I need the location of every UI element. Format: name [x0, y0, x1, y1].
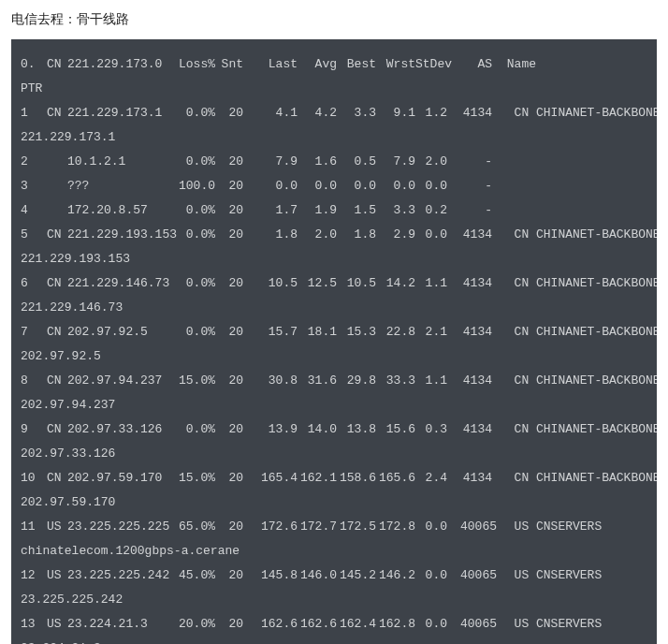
trace-row: 7CN202.97.92.50.0%20 15.718.115.322.82.1…	[21, 320, 647, 344]
worst: 146.2	[376, 564, 415, 588]
country-code: CN	[47, 271, 67, 296]
as-name: US CNSERVERS	[492, 515, 602, 539]
hop: 11	[21, 515, 47, 539]
best: 10.5	[337, 271, 376, 296]
loss: 0.0%	[174, 223, 215, 247]
trace-header: 0.CN221.229.173.0Loss%Snt LastAvgBestWrs…	[21, 52, 647, 77]
as-name: CN CHINANET-BACKBONE	[492, 369, 657, 393]
trace-row: 9CN202.97.33.1260.0%20 13.914.013.815.60…	[21, 417, 647, 442]
last: 30.8	[258, 369, 298, 393]
stdev: 0.0	[415, 612, 447, 637]
worst: 22.8	[376, 320, 415, 344]
ip-address: 23.225.225.242	[67, 564, 174, 588]
trace-row: 8CN202.97.94.23715.0%20 30.831.629.833.3…	[21, 369, 647, 393]
last: 172.6	[258, 515, 298, 539]
stdev: 0.2	[415, 198, 447, 223]
stdev: 1.2	[415, 101, 447, 125]
ip-address: 202.97.92.5	[67, 320, 174, 344]
avg: 18.1	[298, 320, 337, 344]
ptr-line: 202.97.92.5	[21, 344, 647, 369]
as-name: CN CHINANET-BACKBONE	[492, 466, 657, 490]
page-title: 电信去程：骨干线路	[11, 11, 657, 28]
ptr-line: 202.97.33.126	[21, 442, 647, 466]
sent: 20	[215, 198, 247, 223]
hop: 13	[21, 612, 47, 637]
stdev: 2.4	[415, 466, 447, 490]
worst: 162.8	[376, 612, 415, 637]
asn: 4134	[447, 271, 492, 296]
ip-address: 23.224.21.3	[67, 612, 174, 637]
ip-address: 23.225.225.225	[67, 515, 174, 539]
avg: 172.7	[298, 515, 337, 539]
best: 172.5	[337, 515, 376, 539]
loss: Loss%	[174, 52, 215, 77]
avg: 162.1	[298, 466, 337, 490]
loss: 65.0%	[174, 515, 215, 539]
last: 1.7	[258, 198, 298, 223]
ptr-line: 221.229.193.153	[21, 247, 647, 271]
avg: 2.0	[298, 223, 337, 247]
loss: 0.0%	[174, 271, 215, 296]
avg: 0.0	[298, 174, 337, 198]
worst: 165.6	[376, 466, 415, 490]
loss: 0.0%	[174, 198, 215, 223]
ptr-line: 23.225.225.242	[21, 588, 647, 612]
hop: 2	[21, 150, 47, 174]
trace-header-ptr: PTR	[21, 77, 647, 101]
best: 145.2	[337, 564, 376, 588]
ip-address: 221.229.173.0	[67, 52, 174, 77]
avg: 162.6	[298, 612, 337, 637]
ip-address: 221.229.173.1	[67, 101, 174, 125]
as-name	[492, 198, 515, 223]
loss: 100.0	[174, 174, 215, 198]
best: 29.8	[337, 369, 376, 393]
loss: 20.0%	[174, 612, 215, 637]
trace-row: 210.1.2.10.0%20 7.91.60.57.92.0-	[21, 150, 647, 174]
ip-address: 202.97.59.170	[67, 466, 174, 490]
country-code: US	[47, 612, 67, 637]
sent: 20	[215, 271, 247, 296]
asn: -	[447, 174, 492, 198]
country-code: CN	[47, 417, 67, 442]
avg: 14.0	[298, 417, 337, 442]
avg: 1.9	[298, 198, 337, 223]
asn: 4134	[447, 223, 492, 247]
sent: 20	[215, 320, 247, 344]
sent: 20	[215, 174, 247, 198]
worst: 7.9	[376, 150, 415, 174]
sent: 20	[215, 150, 247, 174]
hop: 8	[21, 369, 47, 393]
trace-row: 10CN202.97.59.17015.0%20 165.4162.1158.6…	[21, 466, 647, 490]
trace-row: 1CN221.229.173.10.0%20 4.14.23.39.11.241…	[21, 101, 647, 125]
last: 0.0	[258, 174, 298, 198]
worst: 2.9	[376, 223, 415, 247]
last: 145.8	[258, 564, 298, 588]
country-code: US	[47, 515, 67, 539]
sent: 20	[215, 466, 247, 490]
avg: 31.6	[298, 369, 337, 393]
country-code: CN	[47, 52, 67, 77]
sent: 20	[215, 515, 247, 539]
sent: 20	[215, 612, 247, 637]
ptr-line: 221.229.146.73	[21, 296, 647, 320]
as-name	[492, 150, 515, 174]
asn: 40065	[447, 564, 492, 588]
country-code: CN	[47, 223, 67, 247]
asn: -	[447, 198, 492, 223]
avg: Avg	[298, 52, 337, 77]
trace-row: 12US23.225.225.24245.0%20 145.8146.0145.…	[21, 564, 647, 588]
asn: 4134	[447, 369, 492, 393]
worst: 14.2	[376, 271, 415, 296]
country-code: CN	[47, 101, 67, 125]
ip-address: ???	[67, 174, 174, 198]
worst: Wrst	[376, 52, 415, 77]
stdev: 1.1	[415, 271, 447, 296]
stdev: 0.0	[415, 564, 447, 588]
ptr-line: 221.229.173.1	[21, 125, 647, 150]
asn: 4134	[447, 417, 492, 442]
stdev: 0.3	[415, 417, 447, 442]
loss: 0.0%	[174, 417, 215, 442]
avg: 1.6	[298, 150, 337, 174]
loss: 15.0%	[174, 369, 215, 393]
asn: 4134	[447, 466, 492, 490]
